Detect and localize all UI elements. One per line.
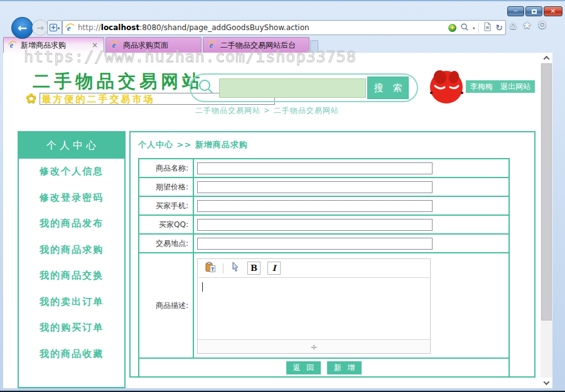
maximize-button[interactable]: [525, 6, 542, 16]
sidebar-item-my-publish[interactable]: 我的商品发布: [19, 211, 124, 237]
scroll-down-button[interactable]: [541, 378, 552, 388]
address-bar[interactable]: e http://localhost:8080/shand/page_addGo…: [62, 20, 506, 35]
logout-button[interactable]: 退出网站: [496, 80, 535, 93]
scrollbar-thumb[interactable]: [541, 63, 552, 320]
avatar: [429, 70, 464, 104]
back-arrow-icon: ←: [18, 21, 27, 34]
resize-grip-icon[interactable]: ÷: [310, 342, 318, 351]
sidebar-item-favorites[interactable]: 我的商品收藏: [19, 341, 124, 368]
editor-statusbar: ÷: [198, 339, 430, 353]
buyer-phone-input[interactable]: [197, 200, 433, 212]
sidebar-item-bought-orders[interactable]: 我的购买订单: [19, 315, 124, 341]
page-icon[interactable]: [483, 22, 492, 34]
tab-admin-backend[interactable]: e 二手物品交易网站后台: [203, 37, 309, 53]
search-area: 搜 索: [190, 73, 418, 102]
field-label: 交易地点:: [139, 235, 194, 252]
vertical-scrollbar[interactable]: [541, 53, 552, 388]
text-caret: [202, 282, 203, 292]
sidebar-item-edit-password[interactable]: 修改登录密码: [19, 185, 124, 211]
field-label: 买家手机:: [139, 197, 194, 215]
sidebar-title: 个人中心: [19, 132, 124, 159]
divider: [478, 23, 479, 33]
search-input[interactable]: [219, 78, 366, 98]
section-title: 个人中心 >> 新增商品求购: [138, 139, 248, 151]
search-icon: [198, 78, 214, 97]
scroll-up-button[interactable]: [541, 53, 552, 63]
forward-arrow-icon: →: [36, 23, 44, 33]
field-label: 买家QQ:: [139, 216, 194, 233]
search-button[interactable]: 搜 索: [367, 77, 409, 99]
close-icon: ✕: [551, 8, 556, 14]
compatibility-icon: +: [50, 24, 57, 31]
sidebar-item-sold-orders[interactable]: 我的卖出订单: [19, 289, 124, 315]
page-viewport: 二手物品交易网站 ✿ 最方便的二手交易市场 搜 索 二手物品交易网站 > 二手物…: [3, 53, 541, 388]
form-actions: 返 回 新 增: [139, 359, 508, 376]
tab-close-icon[interactable]: ×: [90, 41, 99, 50]
rich-text-editor: T B I: [197, 258, 431, 354]
favorites-star-icon[interactable]: ★: [522, 20, 532, 31]
main-panel: 个人中心 >> 新增商品求购 商品名称: 期望价格: 买家手机: 买家QQ:: [129, 131, 535, 378]
home-icon[interactable]: ⌂: [510, 20, 517, 31]
minimize-button[interactable]: ─: [507, 6, 524, 16]
new-tab-button[interactable]: [310, 40, 318, 53]
trade-location-input[interactable]: [197, 238, 433, 250]
back-button[interactable]: ←: [11, 17, 33, 39]
field-label: 商品描述:: [139, 253, 194, 358]
sidebar: 个人中心 修改个人信息 修改登录密码 我的商品发布 我的商品求购 我的商品交换 …: [18, 131, 126, 388]
chevron-down-icon: ▾: [58, 26, 60, 30]
paste-icon[interactable]: T: [205, 262, 216, 275]
ie-favicon: e: [8, 41, 18, 50]
search-dropdown-icon[interactable]: [460, 22, 469, 34]
submit-button[interactable]: 新 增: [327, 361, 362, 374]
forward-button[interactable]: →: [32, 19, 48, 36]
sidebar-item-edit-profile[interactable]: 修改个人信息: [19, 159, 124, 185]
form-row-qq: 买家QQ:: [139, 216, 508, 235]
window-controls: ─ ✕: [507, 6, 562, 16]
url-text: http://localhost:8080/shand/page_addGood…: [78, 23, 448, 32]
site-safety-icon[interactable]: ✚: [448, 24, 456, 32]
breadcrumb[interactable]: 二手物品交易网站 > 二手物品交易网站: [195, 105, 339, 116]
editor-content[interactable]: [198, 278, 430, 339]
form-row-price: 期望价格:: [139, 178, 508, 197]
italic-button[interactable]: I: [267, 262, 281, 275]
expected-price-input[interactable]: [197, 181, 433, 193]
ie-favicon: e: [208, 41, 217, 50]
minimize-icon: ─: [514, 9, 517, 14]
address-toolbar: ← → + ▾ e http://localhost:8080/shand/pa…: [0, 19, 565, 37]
svg-text:T: T: [211, 266, 215, 272]
goods-name-input[interactable]: [197, 162, 433, 174]
editor-toolbar: T B I: [198, 259, 430, 277]
cursor-select-icon[interactable]: [230, 262, 240, 275]
tab-label: 商品求购页面: [123, 40, 196, 51]
refresh-icon[interactable]: ↻: [495, 23, 503, 32]
sidebar-item-my-exchange[interactable]: 我的商品交换: [19, 263, 124, 289]
ie-favicon: e: [110, 41, 120, 50]
site-title: 二手物品交易网站: [33, 70, 203, 93]
tab-add-goods-buy[interactable]: e 新增商品求购 ×: [3, 37, 104, 53]
maximize-icon: [532, 9, 537, 14]
form-row-phone: 买家手机:: [139, 197, 508, 216]
buyer-qq-input[interactable]: [197, 219, 433, 231]
close-button[interactable]: ✕: [544, 6, 562, 16]
username-button[interactable]: 李梅梅: [466, 80, 497, 93]
compatibility-button[interactable]: + ▾: [47, 20, 62, 35]
chevron-down-icon[interactable]: ▾: [473, 26, 475, 30]
back-form-button[interactable]: 返 回: [286, 361, 321, 374]
bold-button[interactable]: B: [247, 262, 261, 275]
sidebar-item-my-buy-request[interactable]: 我的商品求购: [19, 237, 124, 263]
chevron-down-icon: [544, 379, 550, 385]
tab-label: 二手物品交易网站后台: [220, 40, 304, 51]
ie-page-icon: e: [65, 23, 75, 33]
field-label: 商品名称:: [139, 159, 194, 177]
settings-gear-icon[interactable]: ⚙: [537, 20, 547, 31]
form-row-description: 商品描述: T B: [139, 253, 508, 359]
goods-buy-form: 商品名称: 期望价格: 买家手机: 买家QQ: 交易地点:: [138, 158, 510, 378]
divider: [223, 263, 223, 273]
chevron-up-icon: [544, 56, 550, 62]
form-row-name: 商品名称:: [139, 159, 508, 178]
field-label: 期望价格:: [139, 178, 194, 196]
form-row-location: 交易地点:: [139, 235, 508, 253]
flower-icon: ✿: [26, 92, 37, 105]
tab-label: 新增商品求购: [21, 40, 87, 51]
tab-goods-buy-page[interactable]: e 商品求购页面: [105, 37, 202, 53]
